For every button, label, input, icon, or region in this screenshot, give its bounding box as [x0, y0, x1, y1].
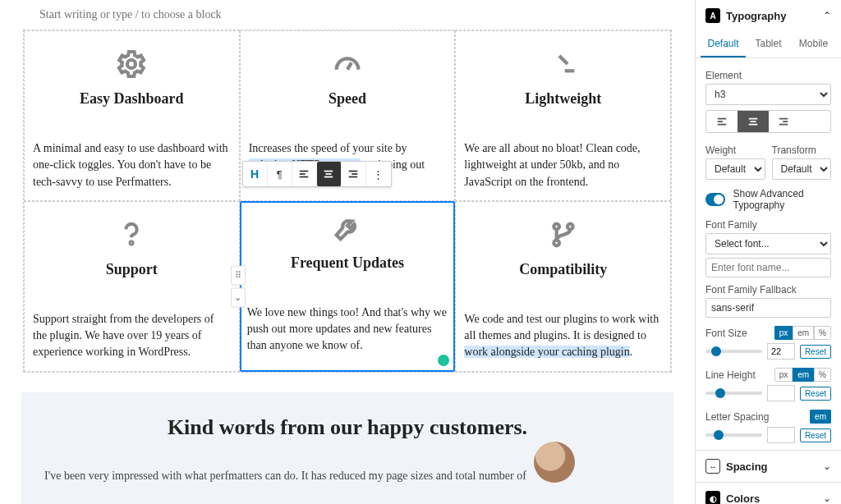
chevron-down-icon: ⌄ — [823, 493, 831, 504]
block-mover[interactable]: ⠿ ⌄ — [229, 265, 247, 307]
svg-point-15 — [568, 224, 573, 230]
testimonial-block[interactable]: Kind words from our happy customers. I'v… — [21, 392, 673, 504]
card-title[interactable]: Support — [31, 261, 232, 278]
drag-handle-icon[interactable]: ⠿ — [231, 265, 246, 285]
unit-px[interactable]: px — [774, 368, 793, 382]
font-size-label: Font Size — [705, 328, 747, 339]
block-editor-canvas[interactable]: Start writing or type / to choose a bloc… — [0, 0, 695, 504]
grammarly-icon[interactable] — [438, 355, 449, 366]
feature-card[interactable]: Speed Increases the speed of your site b… — [240, 30, 456, 201]
card-title[interactable]: Easy Dashboard — [31, 90, 232, 108]
device-tabs: Default Tablet Mobile — [696, 31, 841, 58]
unit-px[interactable]: px — [774, 326, 793, 340]
unit-em[interactable]: em — [810, 410, 831, 424]
feature-card[interactable]: Easy Dashboard A minimal and easy to use… — [24, 30, 240, 201]
align-none-option[interactable] — [799, 111, 830, 132]
svg-line-1 — [347, 62, 352, 69]
unit-percent[interactable]: % — [814, 326, 831, 340]
feature-card-selected[interactable]: ⠿ ⌄ Frequent Updates We love new things … — [240, 201, 456, 372]
font-size-input[interactable] — [767, 343, 795, 360]
tab-mobile[interactable]: Mobile — [791, 31, 836, 57]
colors-icon: ◐ — [705, 491, 720, 504]
card-body[interactable]: We are all about no bloat! Clean code, l… — [462, 140, 664, 190]
font-family-label: Font Family — [705, 219, 831, 231]
tab-tablet[interactable]: Tablet — [746, 31, 791, 57]
align-right-option[interactable] — [769, 111, 800, 132]
align-center-button[interactable] — [317, 162, 342, 186]
branch-icon — [547, 218, 580, 251]
block-toolbar: H ¶ ⋮ — [242, 161, 392, 187]
card-title[interactable]: Lightweight — [462, 90, 664, 108]
unit-em[interactable]: em — [793, 368, 814, 382]
svg-point-14 — [554, 241, 559, 246]
transform-select[interactable]: Default — [772, 158, 832, 180]
transform-label: Transform — [772, 144, 832, 156]
align-left-button[interactable] — [292, 162, 317, 186]
letter-spacing-slider[interactable] — [705, 433, 762, 437]
gear-icon — [115, 48, 148, 80]
block-prompt[interactable]: Start writing or type / to choose a bloc… — [13, 0, 682, 30]
feature-card[interactable]: Compatibility We code and test our plugi… — [455, 201, 671, 372]
card-title[interactable]: Speed — [247, 90, 448, 108]
font-fallback-label: Font Family Fallback — [705, 284, 831, 296]
letter-spacing-label: Letter Spacing — [705, 411, 769, 423]
features-grid: Easy Dashboard A minimal and easy to use… — [23, 30, 672, 373]
block-transform-button[interactable]: H — [243, 162, 268, 186]
line-height-slider[interactable] — [705, 392, 762, 395]
line-height-input[interactable] — [767, 385, 795, 401]
code-icon — [547, 48, 580, 80]
letter-spacing-input[interactable] — [767, 427, 795, 443]
chevron-down-icon: ⌄ — [823, 460, 831, 472]
avatar — [534, 442, 575, 483]
move-down-button[interactable]: ⌄ — [231, 287, 246, 307]
spacing-panel-header[interactable]: ↔Spacing ⌄ — [696, 450, 841, 482]
feature-card[interactable]: Support Support straight from the develo… — [24, 201, 240, 372]
advanced-typography-label: Show Advanced Typography — [733, 188, 831, 211]
settings-sidebar: ATypography ⌃ Default Tablet Mobile Elem… — [695, 0, 841, 504]
gauge-icon — [331, 48, 364, 80]
weight-label: Weight — [705, 144, 765, 156]
align-right-button[interactable] — [342, 162, 366, 186]
unit-em[interactable]: em — [793, 326, 814, 340]
wrench-icon — [331, 212, 364, 245]
element-label: Element — [705, 70, 831, 81]
line-height-label: Line Height — [705, 369, 756, 381]
element-select[interactable]: h3 — [705, 84, 831, 105]
card-title[interactable]: Compatibility — [462, 261, 664, 278]
testimonial-heading[interactable]: Kind words from our happy customers. — [44, 415, 650, 440]
align-left-option[interactable] — [706, 111, 738, 132]
svg-point-0 — [127, 60, 136, 68]
paragraph-icon[interactable]: ¶ — [268, 162, 292, 186]
weight-select[interactable]: Default — [705, 158, 765, 180]
typography-icon: A — [705, 8, 720, 23]
colors-panel-header[interactable]: ◐Colors ⌄ — [696, 482, 841, 504]
svg-point-13 — [554, 224, 559, 230]
chevron-up-icon: ⌃ — [823, 10, 831, 21]
line-height-reset[interactable]: Reset — [800, 387, 831, 401]
card-body[interactable]: We love new things too! And that's why w… — [246, 305, 450, 355]
more-options-button[interactable]: ⋮ — [366, 162, 391, 186]
text-align-group — [705, 110, 831, 133]
card-body[interactable]: We code and test our plugins to work wit… — [462, 311, 664, 361]
unit-percent[interactable]: % — [814, 368, 831, 382]
advanced-typography-toggle[interactable] — [705, 193, 725, 206]
card-body[interactable]: Support straight from the developers of … — [31, 311, 232, 361]
typography-panel-header[interactable]: ATypography ⌃ — [696, 0, 841, 31]
question-icon — [115, 218, 148, 251]
spacing-icon: ↔ — [705, 459, 720, 474]
font-family-select[interactable]: Select font... — [705, 233, 831, 254]
card-title[interactable]: Frequent Updates — [246, 254, 450, 272]
font-fallback-input[interactable] — [705, 298, 831, 318]
svg-point-12 — [131, 242, 133, 245]
tab-default[interactable]: Default — [701, 31, 746, 57]
letter-spacing-reset[interactable]: Reset — [800, 428, 831, 442]
font-family-input[interactable] — [705, 258, 831, 277]
font-size-reset[interactable]: Reset — [800, 345, 831, 359]
feature-card[interactable]: Lightweight We are all about no bloat! C… — [455, 30, 671, 201]
font-size-slider[interactable] — [705, 350, 762, 353]
align-center-option[interactable] — [738, 111, 769, 132]
card-body[interactable]: A minimal and easy to use dashboard with… — [31, 140, 232, 190]
